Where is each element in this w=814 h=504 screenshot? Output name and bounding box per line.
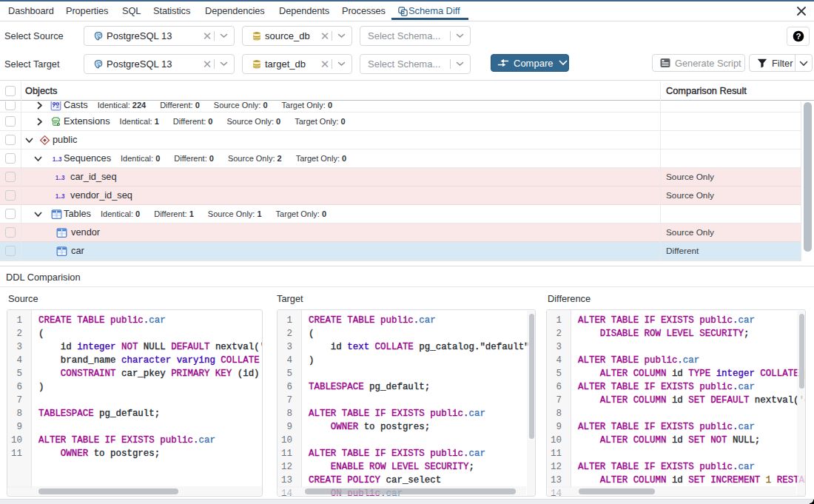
svg-text:?: ? — [796, 32, 801, 41]
svg-text:1..3: 1..3 — [53, 155, 62, 163]
svg-text:1..3: 1..3 — [56, 173, 65, 181]
svg-text:1..3: 1..3 — [56, 192, 65, 200]
